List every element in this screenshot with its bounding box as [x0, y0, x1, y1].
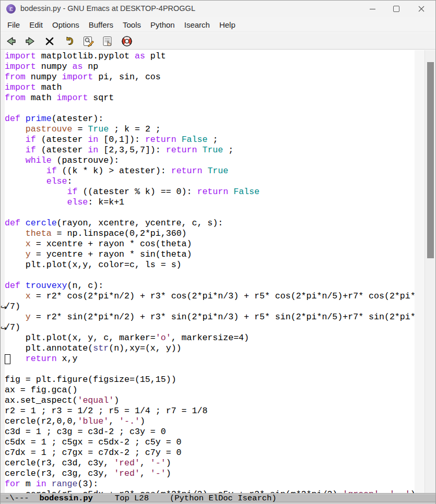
- modeline-position: Top L28: [115, 494, 149, 503]
- code-line[interactable]: import numpy as np: [5, 62, 415, 72]
- window-title: bodessin.py - GNU Emacs at DESKTOP-4PROG…: [20, 4, 195, 13]
- code-content[interactable]: import matplotlib.pyplot as pltimport nu…: [5, 51, 415, 493]
- code-line[interactable]: [5, 270, 415, 281]
- close-button[interactable]: [409, 1, 433, 17]
- code-line[interactable]: plt.annotate(str(n),xy=(x, y)): [5, 343, 415, 354]
- code-line[interactable]: def trouvexy(n, c):: [5, 281, 415, 291]
- menu-item-edit[interactable]: Edit: [25, 19, 48, 31]
- code-line[interactable]: [5, 103, 415, 114]
- code-line[interactable]: import math: [5, 82, 415, 93]
- code-line[interactable]: from numpy import pi, sin, cos: [5, 72, 415, 82]
- code-line[interactable]: cercle(r3, c3g, c3y, 'red', '-'): [5, 469, 415, 479]
- code-line[interactable]: plt.plot(x, y, c, marker='o', markersize…: [5, 333, 415, 343]
- code-line[interactable]: ↩/7): [5, 302, 415, 312]
- close-x-icon[interactable]: [42, 34, 56, 48]
- code-line[interactable]: import matplotlib.pyplot as plt: [5, 51, 415, 62]
- code-line[interactable]: [5, 364, 415, 375]
- describe-icon[interactable]: [100, 34, 114, 48]
- menu-item-isearch[interactable]: Isearch: [180, 19, 215, 31]
- code-line[interactable]: cercle(r5, c5dx + r3* cos(m*2*pi/3), c5y…: [5, 489, 415, 493]
- code-line[interactable]: if ((atester % k) == 0): return False: [5, 187, 415, 197]
- code-line[interactable]: from math import sqrt: [5, 93, 415, 103]
- code-line[interactable]: y = r2* sin(2*pi*n/2) + r3* sin(2*pi*n/3…: [5, 312, 415, 322]
- code-line[interactable]: ax.set_aspect('equal'): [5, 395, 415, 406]
- code-line[interactable]: ax = fig.gca(): [5, 385, 415, 395]
- scrollbar-thumb[interactable]: [427, 62, 434, 258]
- code-line[interactable]: return x,y: [5, 354, 415, 364]
- menu-item-python[interactable]: Python: [146, 19, 180, 31]
- code-line[interactable]: if ((k * k) > atester): return True: [5, 166, 415, 176]
- emacs-logo-icon: ε: [6, 4, 16, 14]
- maximize-icon: [393, 6, 399, 12]
- code-line[interactable]: cercle(r3, c3d, c3y, 'red', '-'): [5, 458, 415, 469]
- code-line[interactable]: x = r2* cos(2*pi*n/2) + r3* cos(2*pi*n/3…: [5, 291, 415, 302]
- tool-bar: [1, 33, 435, 50]
- menu-item-options[interactable]: Options: [48, 19, 84, 31]
- code-line[interactable]: c7dx = 1 ; c7gx = c7dx-2 ; c7y = 0: [5, 448, 415, 458]
- line-wrap-continuation-icon: ↩: [1, 302, 7, 313]
- code-line[interactable]: pastrouve = True ; k = 2 ;: [5, 124, 415, 135]
- modeline-prefix: -\---: [5, 494, 29, 503]
- code-line[interactable]: r2 = 1 ; r3 = 1/2 ; r5 = 1/4 ; r7 = 1/8: [5, 406, 415, 416]
- minimize-button[interactable]: [360, 1, 384, 17]
- left-fringe: [1, 50, 5, 493]
- menu-item-help[interactable]: Help: [215, 19, 240, 31]
- back-arrow-icon[interactable]: [4, 34, 18, 48]
- forward-arrow-icon[interactable]: [23, 34, 37, 48]
- code-line[interactable]: else: k=k+1: [5, 197, 415, 208]
- help-lifebuoy-icon[interactable]: [120, 34, 134, 48]
- code-line[interactable]: x = xcentre + rayon * cos(theta): [5, 239, 415, 249]
- undo-icon[interactable]: [62, 34, 76, 48]
- modeline-modes[interactable]: (Python ElDoc Isearch): [170, 494, 277, 503]
- code-line[interactable]: def cercle(rayon, xcentre, ycentre, c, s…: [5, 218, 415, 229]
- code-line[interactable]: if (atester in [2,3,5,7]): return True ;: [5, 145, 415, 155]
- code-line[interactable]: [5, 208, 415, 218]
- titlebar[interactable]: ε bodessin.py - GNU Emacs at DESKTOP-4PR…: [1, 1, 435, 17]
- code-line[interactable]: c5dx = 1 ; c5gx = c5dx-2 ; c5y = 0: [5, 437, 415, 448]
- search-edit-icon[interactable]: [81, 34, 95, 48]
- modeline-buffer-name[interactable]: bodessin.py: [40, 494, 93, 503]
- code-line[interactable]: for m in range(3):: [5, 479, 415, 489]
- code-line[interactable]: theta = np.linspace(0,2*pi,360): [5, 229, 415, 239]
- hollow-cursor: [5, 354, 10, 364]
- vertical-scrollbar[interactable]: [425, 50, 436, 493]
- code-line[interactable]: if (atester in [0,1]): return False ;: [5, 135, 415, 145]
- menu-item-buffers[interactable]: Buffers: [84, 19, 118, 31]
- menu-item-tools[interactable]: Tools: [118, 19, 146, 31]
- menu-item-file[interactable]: File: [3, 19, 25, 31]
- maximize-button[interactable]: [384, 1, 408, 17]
- buffer-text-area[interactable]: import matplotlib.pyplot as pltimport nu…: [1, 50, 436, 493]
- code-line[interactable]: c3d = 1 ; c3g = c3d-2 ; c3y = 0: [5, 427, 415, 437]
- menu-bar: FileEditOptionsBuffersToolsPythonIsearch…: [1, 17, 435, 32]
- code-line[interactable]: while (pastrouve):: [5, 155, 415, 166]
- code-line[interactable]: plt.plot(x,y, color=c, ls = s): [5, 260, 415, 270]
- line-wrap-continuation-icon: ↩: [1, 323, 7, 333]
- code-line[interactable]: cercle(r2,0,0,'blue', '-.'): [5, 416, 415, 427]
- mode-line: -\--- bodessin.py Top L28 (Python ElDoc …: [1, 493, 435, 502]
- code-line[interactable]: y = ycentre + rayon * sin(theta): [5, 249, 415, 260]
- emacs-window: ε bodessin.py - GNU Emacs at DESKTOP-4PR…: [0, 0, 436, 504]
- code-line[interactable]: ↩/7): [5, 322, 415, 333]
- code-line[interactable]: else:: [5, 176, 415, 187]
- code-line[interactable]: def prime(atester):: [5, 114, 415, 124]
- right-fringe: [415, 50, 425, 493]
- code-line[interactable]: fig = plt.figure(figsize=(15,15)): [5, 375, 415, 385]
